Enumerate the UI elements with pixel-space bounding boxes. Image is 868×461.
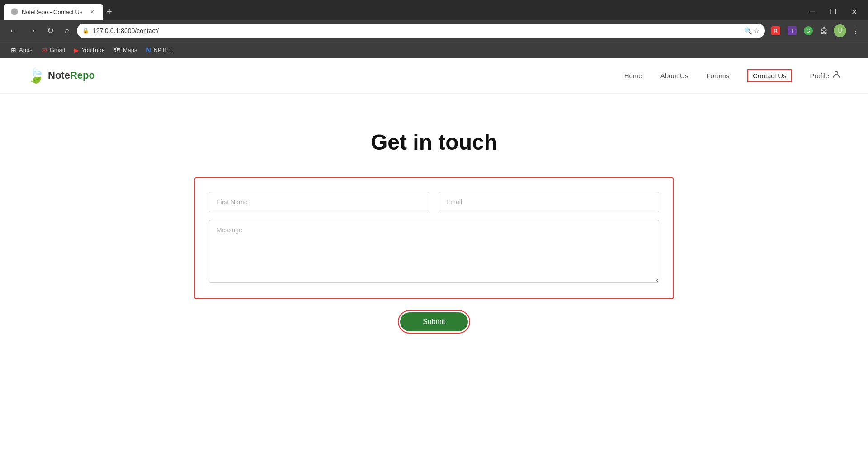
logo-note: Note	[48, 70, 70, 81]
extension-icon-2[interactable]: T	[785, 24, 799, 38]
url-display: 127.0.0.1:8000/contact/	[93, 27, 741, 34]
site-logo[interactable]: 🍃 NoteRepo	[27, 67, 95, 84]
extension-icon-3[interactable]: G	[801, 24, 816, 38]
first-name-input[interactable]	[209, 192, 429, 212]
minimize-button[interactable]: ─	[802, 5, 823, 19]
tab-bar: NoteRepo - Contact Us × + ─ ❐ ✕	[0, 0, 868, 20]
bookmark-apps-label: Apps	[19, 47, 33, 53]
new-tab-button[interactable]: +	[107, 7, 112, 17]
leaf-icon: 🍃	[27, 67, 45, 84]
main-content: Get in touch Submit	[0, 94, 868, 361]
bookmark-maps[interactable]: 🗺 Maps	[110, 45, 141, 56]
profile-person-icon	[832, 70, 841, 81]
apps-grid-icon: ⊞	[11, 47, 16, 54]
svg-point-7	[835, 71, 838, 75]
logo-text: NoteRepo	[48, 70, 95, 81]
nav-home[interactable]: Home	[624, 72, 642, 80]
bookmark-nptel-label: NPTEL	[154, 47, 173, 53]
close-button[interactable]: ✕	[844, 5, 864, 19]
back-button[interactable]: ←	[5, 24, 21, 38]
bookmark-gmail-label: Gmail	[50, 47, 65, 53]
nav-contact[interactable]: Contact Us	[747, 69, 792, 82]
website-content: 🍃 NoteRepo Home About Us Forums Contact …	[0, 58, 868, 461]
home-button[interactable]: ⌂	[61, 24, 73, 38]
browser-chrome: NoteRepo - Contact Us × + ─ ❐ ✕ ← → ↻ ⌂ …	[0, 0, 868, 58]
nav-about[interactable]: About Us	[660, 72, 689, 80]
svg-text:G: G	[807, 28, 810, 33]
nptel-icon: N	[146, 47, 151, 54]
contact-form-wrapper	[194, 177, 674, 299]
nav-links: Home About Us Forums Contact Us Profile	[624, 69, 841, 82]
browser-menu-button[interactable]: ⋮	[848, 24, 863, 38]
page-title: Get in touch	[371, 130, 497, 155]
logo-repo: Repo	[70, 70, 95, 81]
maps-icon: 🗺	[114, 47, 120, 54]
submit-wrapper: Submit	[398, 310, 470, 334]
gmail-icon: ✉	[42, 47, 47, 54]
bookmark-youtube-label: YouTube	[82, 47, 105, 53]
address-box[interactable]: 🔒 127.0.0.1:8000/contact/ 🔍 ☆	[77, 24, 765, 38]
address-bar-row: ← → ↻ ⌂ 🔒 127.0.0.1:8000/contact/ 🔍 ☆ R …	[0, 20, 868, 42]
refresh-button[interactable]: ↻	[43, 24, 57, 38]
user-avatar[interactable]: U	[834, 24, 846, 37]
search-icon[interactable]: 🔍	[744, 27, 752, 34]
lock-icon: 🔒	[82, 28, 89, 34]
svg-text:R: R	[774, 28, 778, 33]
extension-icon-1[interactable]: R	[769, 24, 783, 38]
submit-button-wrapper: Submit	[398, 310, 470, 334]
message-textarea[interactable]	[209, 220, 659, 283]
extensions-puzzle-icon[interactable]	[817, 24, 832, 38]
toolbar-icons: R T G U ⋮	[769, 24, 863, 38]
bookmarks-bar: ⊞ Apps ✉ Gmail ▶ YouTube 🗺 Maps N NPTEL	[0, 42, 868, 58]
submit-button[interactable]: Submit	[400, 312, 468, 331]
bookmark-gmail[interactable]: ✉ Gmail	[38, 45, 69, 56]
bookmark-maps-label: Maps	[123, 47, 137, 53]
svg-point-0	[11, 9, 18, 15]
email-input[interactable]	[439, 192, 659, 212]
tab-favicon	[11, 8, 18, 15]
tab-title: NoteRepo - Contact Us	[22, 9, 85, 15]
youtube-icon: ▶	[74, 47, 79, 54]
site-navigation: 🍃 NoteRepo Home About Us Forums Contact …	[0, 58, 868, 94]
address-icons: 🔍 ☆	[744, 27, 760, 34]
bookmark-youtube[interactable]: ▶ YouTube	[71, 45, 108, 56]
nav-profile-label: Profile	[810, 72, 829, 80]
svg-text:T: T	[791, 28, 793, 33]
active-tab[interactable]: NoteRepo - Contact Us ×	[4, 4, 103, 20]
bookmark-apps[interactable]: ⊞ Apps	[7, 45, 36, 56]
nav-forums[interactable]: Forums	[706, 72, 729, 80]
form-row-name-email	[209, 192, 659, 212]
window-controls: ─ ❐ ✕	[802, 5, 868, 19]
nav-profile[interactable]: Profile	[810, 70, 841, 81]
bookmark-nptel[interactable]: N NPTEL	[142, 45, 176, 56]
tab-close-button[interactable]: ×	[89, 7, 96, 16]
forward-button[interactable]: →	[24, 24, 40, 38]
bookmark-star-icon[interactable]: ☆	[754, 27, 760, 34]
maximize-button[interactable]: ❐	[823, 5, 844, 19]
